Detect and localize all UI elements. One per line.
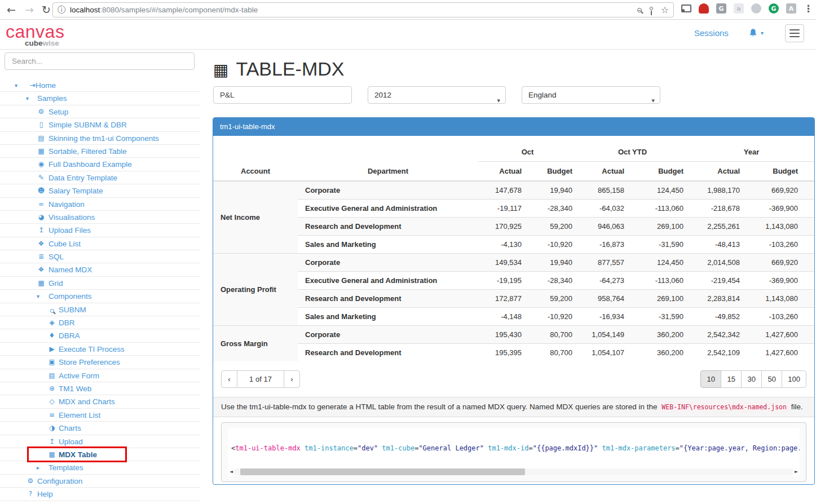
- sidebar-item-templates[interactable]: ▸Templates: [0, 461, 200, 474]
- prev-page-button[interactable]: ‹: [221, 370, 237, 388]
- caret-down-icon[interactable]: ▾: [37, 290, 39, 303]
- year-select[interactable]: 2012 ▼: [368, 86, 506, 104]
- sidebar-item-label: Element List: [0, 409, 200, 422]
- sidebar-item-setup[interactable]: ⚙Setup: [0, 105, 200, 118]
- sidebar-item-tm1-web[interactable]: ⊕TM1 Web: [0, 382, 200, 395]
- sidebar-item-element-list[interactable]: ≡Element List: [0, 409, 200, 422]
- sidebar-item-label: Named MDX: [0, 263, 200, 276]
- sidebar-item-simple-subnm-dbr[interactable]: ▯Simple SUBNM & DBR: [0, 118, 200, 131]
- browser-menu-icon[interactable]: ⋮: [804, 3, 813, 14]
- caret-down-icon[interactable]: ▾: [26, 92, 29, 105]
- value-cell: -10,920: [526, 307, 577, 325]
- page-size-button-50[interactable]: 50: [761, 370, 782, 388]
- department-cell: Executive General and Administration: [298, 199, 478, 217]
- caret-down-icon[interactable]: ▾: [761, 30, 764, 36]
- info-icon[interactable]: ⓘ: [58, 5, 65, 15]
- sidebar-item-mdx-table[interactable]: ▦MDX Table: [0, 448, 200, 461]
- sidebar-item-label: Visualisations: [0, 211, 200, 224]
- url-bar[interactable]: ⓘ localhost:8080/samples/#/sample/compon…: [52, 2, 674, 17]
- password-key-icon[interactable]: [650, 7, 653, 10]
- page-size-button-15[interactable]: 15: [721, 370, 742, 388]
- sidebar-item-salary-template[interactable]: ☻Salary Template: [0, 184, 200, 197]
- sidebar-item-active-form[interactable]: ▤Active Form: [0, 369, 200, 382]
- page-indicator: 1 of 17: [237, 370, 284, 388]
- sidebar-item-label: Simple SUBNM & DBR: [0, 118, 200, 131]
- value-cell: 1,143,080: [744, 217, 815, 235]
- scrollbar-thumb[interactable]: [240, 468, 525, 475]
- value-cell: 2,542,342: [688, 325, 744, 343]
- sidebar-item-visualisations[interactable]: ◕Visualisations: [0, 211, 200, 224]
- globe-icon: ⊕: [47, 382, 56, 395]
- value-cell: -103,260: [744, 307, 815, 325]
- sidebar-item-label: Store Preferences: [0, 356, 200, 369]
- sidebar-item-subnm[interactable]: SUBNM: [0, 303, 200, 316]
- sidebar-item-dbr[interactable]: ◈DBR: [0, 316, 200, 329]
- column-header: Budget: [629, 161, 688, 181]
- page-size-button-100[interactable]: 100: [782, 370, 806, 388]
- scroll-left-icon[interactable]: ◄: [228, 469, 235, 474]
- sidebar-item-data-entry-template[interactable]: ✎Data Entry Template: [0, 171, 200, 184]
- sidebar-item-sql[interactable]: ≣SQL: [0, 250, 200, 263]
- account-input[interactable]: [213, 86, 352, 104]
- cast-icon[interactable]: [681, 5, 691, 12]
- sidebar-item-named-mdx[interactable]: ❖Named MDX: [0, 263, 200, 276]
- grammarly-extension-icon[interactable]: G: [769, 3, 779, 14]
- account-cell: Gross Margin: [213, 325, 298, 361]
- sidebar-item-samples[interactable]: ▾Samples: [0, 92, 200, 105]
- caret-down-icon[interactable]: ▾: [15, 79, 17, 92]
- sidebar-item-grid[interactable]: ▦Grid: [0, 277, 200, 290]
- sidebar-item-charts[interactable]: ◑Charts: [0, 422, 200, 435]
- scroll-right-icon[interactable]: ►: [793, 469, 800, 474]
- sidebar-item-skinning-the-tm1-ui-components[interactable]: ▤Skinning the tm1-ui Components: [0, 132, 200, 145]
- table-icon: ▦: [37, 277, 46, 290]
- next-page-button[interactable]: ›: [284, 370, 300, 388]
- search-input[interactable]: [5, 52, 195, 70]
- department-cell: Research and Development: [298, 343, 478, 361]
- table-row: Sales and Marketing-4,130-10,920-16,873-…: [213, 235, 815, 253]
- sidebar-item-configuration[interactable]: ⚙Configuration: [0, 475, 200, 488]
- sidebar-item-execute-ti-process[interactable]: ▶Execute TI Process: [0, 343, 200, 356]
- pdf-extension-icon[interactable]: A: [786, 3, 796, 14]
- menu-toggle-button[interactable]: [785, 24, 804, 42]
- sidebar-item-sortable-filtered-table[interactable]: ▦Sortable, Filtered Table: [0, 145, 200, 158]
- stop-hand-extension-icon[interactable]: [699, 3, 709, 14]
- scrollbar-track[interactable]: [235, 468, 793, 475]
- reload-icon[interactable]: ↻: [42, 2, 51, 17]
- region-select[interactable]: England ▼: [522, 86, 660, 104]
- code-line: <tm1-ui-table-mdx tm1-instance="dev" tm1…: [231, 444, 800, 452]
- sidebar-item-store-preferences[interactable]: ▣Store Preferences: [0, 356, 200, 369]
- column-header: Budget: [526, 161, 577, 181]
- g-extension-icon[interactable]: G: [716, 3, 726, 14]
- value-cell: 149,534: [478, 253, 526, 271]
- sidebar-item-help[interactable]: ?Help: [0, 488, 200, 501]
- sidebar-item-full-dashboard-example[interactable]: ◉Full Dashboard Example: [0, 158, 200, 171]
- column-header: Actual: [577, 161, 629, 181]
- back-icon[interactable]: ←: [7, 2, 16, 17]
- value-cell: 195,395: [478, 343, 526, 361]
- bell-icon[interactable]: [748, 28, 758, 38]
- sidebar-item-mdx-and-charts[interactable]: ◇MDX and Charts: [0, 395, 200, 408]
- page-size-button-10[interactable]: 10: [700, 370, 721, 388]
- sidebar-item-dbra[interactable]: ♦DBRA: [0, 329, 200, 342]
- caret-right-icon[interactable]: ▸: [37, 461, 39, 474]
- sidebar-item-cube-list[interactable]: ❖Cube List: [0, 237, 200, 250]
- value-cell: 147,678: [478, 181, 526, 199]
- zoom-out-icon[interactable]: [637, 8, 642, 12]
- translate-extension-icon[interactable]: a: [734, 3, 744, 14]
- sidebar-item-label: Upload Files: [0, 224, 200, 237]
- sessions-link[interactable]: Sessions: [694, 28, 729, 38]
- sidebar-item-upload-files[interactable]: ↥Upload Files: [0, 224, 200, 237]
- bookmark-star-icon[interactable]: ☆: [661, 5, 669, 15]
- sidebar-item-home[interactable]: ▾⇥Home: [0, 79, 200, 92]
- gray-circle-extension-icon[interactable]: [751, 3, 761, 14]
- users-icon: ☻: [37, 184, 46, 197]
- horizontal-scrollbar[interactable]: ◄ ►: [228, 467, 800, 476]
- sidebar-item-navigation[interactable]: ∞Navigation: [0, 198, 200, 211]
- sign-in-icon: ⇥: [28, 79, 37, 92]
- value-cell: 124,450: [629, 181, 688, 199]
- forward-icon[interactable]: →: [25, 2, 34, 17]
- page-size-button-30[interactable]: 30: [741, 370, 762, 388]
- notifications-menu[interactable]: ▾: [748, 28, 764, 38]
- code-sample: <tm1-ui-table-mdx tm1-instance="dev" tm1…: [228, 428, 800, 476]
- sidebar-item-components[interactable]: ▾Components: [0, 290, 200, 303]
